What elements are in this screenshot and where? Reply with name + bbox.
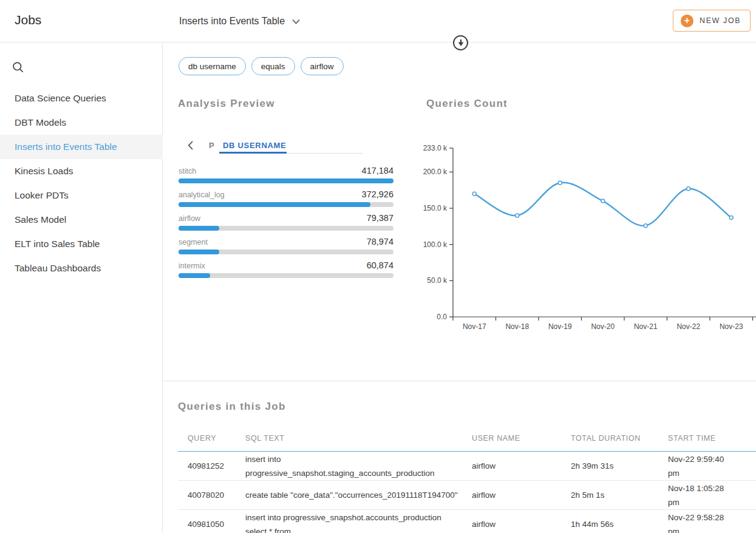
column-header-query: QUERY (178, 434, 239, 443)
chart-line (474, 183, 731, 226)
y-tick-label: 150.0 k (423, 204, 448, 212)
table-row[interactable]: 40981252insert into progressive_snapshot… (178, 452, 756, 481)
metric-bar-fill (179, 250, 219, 254)
queries-count-chart: 233.0 k200.0 k150.0 k100.0 k50.0 k0.0Nov… (419, 140, 756, 335)
metric-bar-value: 79,387 (367, 213, 393, 223)
metric-bar-fill (179, 226, 219, 231)
tab-scroll-left-button[interactable] (188, 141, 193, 150)
sidebar-item-dbt-models[interactable]: DBT Models (0, 110, 163, 135)
cell-user-name: airflow (466, 491, 564, 500)
metric-bar-label: intermix (179, 262, 205, 270)
metric-bar-fill (179, 273, 210, 278)
sidebar-item-kinesis-loads[interactable]: Kinesis Loads (0, 159, 163, 183)
y-tick-label: 100.0 k (423, 240, 448, 249)
cell-total-duration: 2h 5m 1s (564, 491, 662, 500)
download-button[interactable] (453, 35, 468, 50)
y-tick-label: 233.0 k (423, 144, 448, 152)
cell-sql-text: create table "core_data"."occurrences_20… (239, 488, 466, 502)
column-header-sql-text: SQL TEXT (239, 432, 466, 446)
sidebar-item-sales-model[interactable]: Sales Model (0, 208, 163, 232)
metric-bar-row-analytical-log: analytical_log372,926 (179, 189, 393, 207)
sidebar: Data Science QueriesDBT ModelsInserts in… (0, 43, 163, 533)
filter-chip-airflow[interactable]: airflow (301, 57, 344, 75)
page-title: Jobs (15, 13, 41, 27)
metric-bar-track (179, 178, 393, 183)
filter-chip-equals[interactable]: equals (251, 57, 295, 75)
header: Jobs Inserts into Events Table + NEW JOB (0, 0, 756, 42)
analysis-tab-bar: P DB USERNAME (178, 138, 367, 155)
sidebar-item-looker-pdts[interactable]: Looker PDTs (0, 183, 163, 208)
db-username-bar-list: stitch417,184analytical_log372,926airflo… (179, 166, 393, 284)
chart-marker (729, 216, 733, 220)
new-job-button[interactable]: + NEW JOB (673, 10, 751, 32)
x-tick-label: Nov-17 (463, 322, 486, 331)
sidebar-item-tableau-dashboards[interactable]: Tableau Dashboards (0, 256, 163, 280)
x-tick-label: Nov-23 (720, 322, 743, 331)
chevron-left-icon (188, 141, 193, 150)
table-body: 40981252insert into progressive_snapshot… (178, 452, 756, 533)
sidebar-nav: Data Science QueriesDBT ModelsInserts in… (0, 86, 163, 280)
cell-user-name: airflow (466, 461, 564, 470)
cell-query: 40981050 (178, 520, 239, 529)
sidebar-item-data-science-queries[interactable]: Data Science Queries (0, 86, 163, 110)
sidebar-item-elt-into-sales-table[interactable]: ELT into Sales Table (0, 232, 163, 256)
cell-start-time: Nov-22 9:59:40 pm (662, 452, 756, 480)
chart-marker (516, 214, 519, 217)
plus-icon: + (681, 15, 693, 27)
table-row[interactable]: 40981050insert into progressive_snapshot… (178, 510, 756, 533)
cell-start-time: Nov-18 1:05:28 pm (662, 481, 756, 509)
x-tick-label: Nov-18 (505, 322, 529, 331)
cell-total-duration: 2h 39m 31s (564, 461, 662, 470)
table-row[interactable]: 40078020create table "core_data"."occurr… (178, 481, 756, 510)
analysis-preview-title: Analysis Preview (178, 98, 275, 110)
filter-chip-db-username[interactable]: db username (179, 57, 246, 75)
job-selector-label: Inserts into Events Table (179, 16, 285, 27)
cell-start-time: Nov-22 9:58:28 pm (662, 511, 756, 533)
queries-table-title: Queries in this Job (178, 401, 286, 413)
tab-truncated[interactable]: P (209, 141, 214, 150)
chevron-down-icon (292, 17, 300, 26)
y-tick-label: 0.0 (437, 313, 447, 321)
new-job-label: NEW JOB (700, 16, 741, 25)
chart-marker (644, 224, 647, 228)
table-header-row: QUERYSQL TEXTUSER NAMETOTAL DURATIONSTAR… (178, 426, 756, 452)
metric-bar-label: stitch (179, 167, 196, 175)
metric-bar-label: segment (179, 238, 208, 246)
x-tick-label: Nov-20 (591, 322, 615, 331)
metric-bar-row-intermix: intermix60,874 (179, 260, 393, 278)
download-icon (457, 39, 465, 47)
metric-bar-fill (179, 202, 370, 207)
metric-bar-label: airflow (179, 214, 200, 223)
filter-chips: db usernameequalsairflow (179, 57, 344, 75)
metric-bar-value: 60,874 (367, 260, 393, 270)
metric-bar-track (179, 202, 393, 207)
cell-user-name: airflow (466, 520, 564, 529)
cell-sql-text: insert into progressive_snapshot.account… (239, 511, 466, 533)
search-icon (12, 61, 27, 73)
chart-marker (601, 199, 605, 203)
chart-marker (472, 192, 476, 195)
column-header-total-duration: TOTAL DURATION (564, 434, 662, 443)
job-selector-dropdown[interactable]: Inserts into Events Table (179, 16, 300, 27)
cell-query: 40981252 (178, 461, 239, 470)
cell-total-duration: 1h 44m 56s (564, 520, 662, 529)
tab-db-username[interactable]: DB USERNAME (223, 141, 286, 150)
x-tick-label: Nov-21 (634, 322, 658, 331)
metric-bar-track (179, 273, 393, 278)
metric-bar-fill (179, 178, 393, 183)
cell-sql-text: insert into progressive_snapshot.staging… (239, 452, 466, 480)
x-tick-label: Nov-22 (676, 322, 700, 331)
metric-bar-value: 417,184 (362, 166, 393, 175)
metric-bar-row-stitch: stitch417,184 (179, 166, 393, 183)
metric-bar-row-segment: segment78,974 (179, 237, 393, 254)
chart-marker (687, 187, 690, 191)
active-tab-underline (219, 152, 287, 154)
metric-bar-track (179, 250, 393, 254)
sidebar-item-inserts-into-events-table[interactable]: Inserts into Events Table (0, 135, 163, 159)
search-button[interactable] (12, 60, 27, 75)
section-divider (163, 381, 756, 381)
column-header-start-time: START TIME (662, 432, 756, 446)
queries-count-title: Queries Count (426, 98, 508, 110)
x-tick-label: Nov-19 (548, 322, 572, 331)
column-header-user-name: USER NAME (466, 434, 564, 443)
